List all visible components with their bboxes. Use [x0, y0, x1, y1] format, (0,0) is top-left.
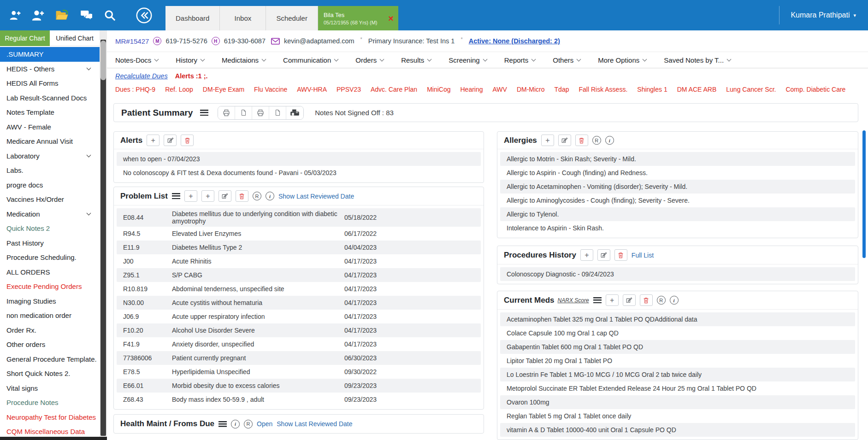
full-list-link[interactable]: Full List [632, 252, 654, 259]
due-item-link[interactable]: MiniCog [427, 86, 450, 93]
sidebar-item[interactable]: Laboratory [0, 149, 100, 164]
narx-score-link[interactable]: NARX Score [558, 297, 589, 304]
sidebar-item[interactable]: Notes Template [0, 105, 100, 120]
sidebar-item[interactable]: Procedure Notes [0, 395, 100, 410]
add-med-button[interactable]: + [606, 294, 619, 306]
add-problem-button[interactable]: + [184, 190, 197, 202]
reviewed-toggle-icon[interactable]: R [244, 420, 253, 428]
delete-problem-button[interactable] [236, 190, 248, 202]
messages-icon[interactable] [80, 9, 94, 22]
sidebar-item[interactable]: Labs. [0, 163, 100, 178]
due-item-link[interactable]: Tdap [555, 86, 569, 93]
sidebar-item[interactable]: Procedure Scheduling. [0, 250, 100, 265]
due-item-link[interactable]: Dues : PHQ-9 [115, 86, 155, 93]
reviewed-toggle-icon[interactable]: R [657, 296, 666, 305]
due-item-link[interactable]: AWV-HRA [297, 86, 327, 93]
due-item-link[interactable]: DM-Micro [517, 86, 545, 93]
search-icon[interactable] [104, 9, 116, 22]
menu-item[interactable]: More Options [598, 56, 646, 64]
menu-item[interactable]: Orders [355, 56, 384, 64]
sidebar-item[interactable]: HEDIS - Others [0, 62, 100, 76]
info-icon[interactable]: i [670, 296, 679, 305]
delete-allergy-button[interactable] [575, 135, 588, 146]
show-last-reviewed-link[interactable]: Show Last Reviewed Date [277, 420, 352, 428]
menu-item[interactable]: Saved Notes by T... [664, 56, 731, 64]
due-item-link[interactable]: Flu Vaccine [254, 86, 287, 93]
edit-allergy-button[interactable] [558, 135, 571, 146]
user-menu[interactable]: Kumara Prathipati ▾ [779, 11, 868, 19]
add-user-icon[interactable] [31, 9, 45, 22]
show-last-reviewed-link[interactable]: Show Last Reviewed Date [278, 193, 354, 200]
sidebar-item[interactable]: Short Quick Notes 2. [0, 366, 100, 381]
sidebar-item[interactable]: Execute Pending Orders [0, 279, 100, 294]
menu-item[interactable]: Medictaions [222, 56, 266, 64]
edit-problem-button[interactable] [218, 190, 231, 202]
pdf-export-button[interactable] [235, 106, 252, 119]
chart-tab[interactable]: Unified Chart [50, 30, 100, 46]
sidebar-item[interactable]: Other orders [0, 337, 100, 352]
due-item-link[interactable]: DM ACE ARB [677, 86, 717, 93]
print-button[interactable] [218, 106, 235, 119]
reviewed-toggle-icon[interactable]: R [592, 136, 601, 145]
print-chart-button[interactable] [252, 106, 269, 119]
sidebar-item[interactable]: progre docs [0, 178, 100, 193]
sidebar-horizontal-scrollbar[interactable] [0, 437, 107, 440]
delete-procedure-button[interactable] [614, 249, 627, 261]
sidebar-item[interactable]: non medication order [0, 308, 100, 323]
menu-hamburger-icon[interactable] [593, 297, 602, 303]
sidebar-item[interactable]: Vaccines Hx/Order [0, 192, 100, 207]
menu-hamburger-icon[interactable] [172, 193, 180, 199]
sidebar-item[interactable]: AWV - Female [0, 120, 100, 135]
fax-button[interactable] [286, 106, 303, 119]
tab-dashboard[interactable]: Dashboard [165, 6, 220, 30]
due-item-link[interactable]: Advc. Care Plan [371, 86, 417, 93]
scrollbar-thumb[interactable] [100, 41, 106, 80]
due-item-link[interactable]: Shingles 1 [637, 86, 667, 93]
pdf-chart-button[interactable] [269, 106, 286, 119]
reviewed-toggle-icon[interactable]: R [253, 192, 261, 200]
due-item-link[interactable]: AWV [493, 86, 507, 93]
open-folder-icon[interactable] [55, 9, 70, 22]
sidebar-item[interactable]: Vital signs [0, 381, 100, 396]
sidebar-item[interactable]: Past History [0, 236, 100, 251]
edit-med-button[interactable] [623, 294, 636, 306]
open-link[interactable]: Open [257, 420, 272, 428]
tab-scheduler[interactable]: Scheduler [266, 6, 318, 30]
edit-procedure-button[interactable] [597, 249, 610, 261]
recalculate-dues-link[interactable]: Recalculate Dues [115, 72, 168, 80]
collapse-panel-button[interactable] [136, 7, 153, 24]
sidebar-item[interactable]: Order Rx. [0, 323, 100, 338]
due-item-link[interactable]: Ref. Loop [165, 86, 193, 93]
due-item-link[interactable]: Lung Cancer Scr. [726, 86, 776, 93]
sidebar-item[interactable]: Imaging Studies [0, 294, 100, 309]
due-item-link[interactable]: Comp. Diabetic Care [785, 86, 845, 93]
delete-med-button[interactable] [640, 294, 653, 306]
menu-item[interactable]: Communication [283, 56, 338, 64]
due-item-link[interactable]: DM-Eye Exam [203, 86, 244, 93]
info-icon[interactable]: i [605, 136, 614, 145]
delete-alert-button[interactable] [181, 135, 194, 146]
sidebar-item[interactable]: HEDIS All Forms [0, 76, 100, 91]
tab-inbox[interactable]: Inbox [220, 6, 266, 30]
sidebar-scrollbar[interactable] [100, 30, 107, 437]
chart-tab[interactable]: Regular Chart [0, 30, 50, 46]
add-allergy-button[interactable]: + [541, 135, 554, 146]
add-alert-button[interactable]: + [147, 135, 159, 146]
sidebar-item[interactable]: Lab Result-Scanned Docs [0, 91, 100, 106]
add-patient-icon[interactable] [9, 9, 21, 21]
tab-active-patient[interactable]: Bila Tes 05/12/1955 (68 Yrs) (M) × [318, 6, 398, 30]
due-item-link[interactable]: Hearing [461, 86, 483, 93]
menu-item[interactable]: History [176, 56, 204, 64]
sidebar-item[interactable]: Medication [0, 207, 100, 222]
menu-item[interactable]: Reports [504, 56, 536, 64]
add-problem-alt-button[interactable]: + [201, 190, 214, 202]
menu-item[interactable]: Notes-Docs [115, 56, 158, 64]
menu-item[interactable]: Others [553, 56, 580, 64]
menu-item[interactable]: Screening [449, 56, 487, 64]
menu-hamburger-icon[interactable] [218, 421, 227, 427]
add-procedure-button[interactable]: + [580, 249, 593, 261]
sidebar-item[interactable]: .SUMMARY [0, 47, 100, 62]
active-discharged-link[interactable]: Active: None (Discharged: 2) [469, 37, 560, 45]
menu-item[interactable]: Results [401, 56, 431, 64]
sidebar-item[interactable]: ALL ORDERS [0, 265, 100, 280]
